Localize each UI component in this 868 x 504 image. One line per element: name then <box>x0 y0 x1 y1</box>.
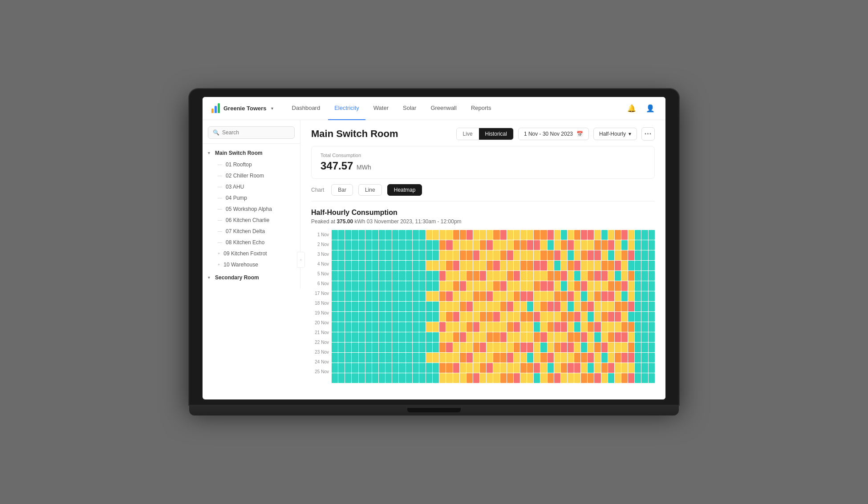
heatmap-cell[interactable] <box>520 281 527 291</box>
heatmap-cell[interactable] <box>574 302 580 311</box>
heatmap-cell[interactable] <box>581 302 587 311</box>
heatmap-cell[interactable] <box>588 312 594 322</box>
heatmap-cell[interactable] <box>487 312 493 322</box>
heatmap-cell[interactable] <box>507 240 513 250</box>
heatmap-cell[interactable] <box>507 332 513 342</box>
heatmap-cell[interactable] <box>594 271 600 281</box>
heatmap-cell[interactable] <box>534 281 540 291</box>
heatmap-cell[interactable] <box>426 240 432 250</box>
heatmap-cell[interactable] <box>487 291 493 301</box>
heatmap-cell[interactable] <box>500 332 507 342</box>
heatmap-cell[interactable] <box>466 373 473 383</box>
nav-item-water[interactable]: Water <box>367 97 395 120</box>
heatmap-cell[interactable] <box>534 271 540 281</box>
nav-item-reports[interactable]: Reports <box>465 97 498 120</box>
heatmap-cell[interactable] <box>379 353 385 363</box>
heatmap-cell[interactable] <box>433 373 439 383</box>
heatmap-cell[interactable] <box>514 302 520 311</box>
heatmap-cell[interactable] <box>406 261 412 270</box>
heatmap-cell[interactable] <box>581 261 587 270</box>
heatmap-cell[interactable] <box>561 291 567 301</box>
heatmap-cell[interactable] <box>540 230 547 240</box>
heatmap-cell[interactable] <box>554 373 560 383</box>
heatmap-cell[interactable] <box>480 240 486 250</box>
heatmap-cell[interactable] <box>345 343 351 352</box>
heatmap-cell[interactable] <box>466 261 473 270</box>
heatmap-cell[interactable] <box>548 291 554 301</box>
heatmap-cell[interactable] <box>365 363 372 373</box>
heatmap-cell[interactable] <box>601 281 608 291</box>
heatmap-cell[interactable] <box>332 250 338 260</box>
heatmap-cell[interactable] <box>473 343 479 352</box>
heatmap-cell[interactable] <box>487 353 493 363</box>
tree-item-09-kitchen-foxtrot[interactable]: + 09 Kitchen Foxtrot <box>208 248 298 259</box>
heatmap-cell[interactable] <box>466 271 473 281</box>
heatmap-cell[interactable] <box>419 363 426 373</box>
heatmap-cell[interactable] <box>534 230 540 240</box>
heatmap-cell[interactable] <box>473 302 479 311</box>
heatmap-cell[interactable] <box>433 240 439 250</box>
heatmap-cell[interactable] <box>649 353 655 363</box>
heatmap-cell[interactable] <box>493 363 499 373</box>
nav-item-dashboard[interactable]: Dashboard <box>286 97 327 120</box>
heatmap-cell[interactable] <box>413 271 419 281</box>
heatmap-cell[interactable] <box>345 291 351 301</box>
heatmap-cell[interactable] <box>413 240 419 250</box>
heatmap-cell[interactable] <box>332 230 338 240</box>
heatmap-cell[interactable] <box>568 302 574 311</box>
heatmap-cell[interactable] <box>581 343 587 352</box>
heatmap-cell[interactable] <box>554 230 560 240</box>
heatmap-cell[interactable] <box>433 271 439 281</box>
heatmap-cell[interactable] <box>352 353 358 363</box>
heatmap-cell[interactable] <box>574 322 580 332</box>
heatmap-cell[interactable] <box>635 332 641 342</box>
heatmap-cell[interactable] <box>514 373 520 383</box>
heatmap-cell[interactable] <box>487 332 493 342</box>
heatmap-cell[interactable] <box>628 291 634 301</box>
heatmap-cell[interactable] <box>473 353 479 363</box>
heatmap-cell[interactable] <box>574 373 580 383</box>
heatmap-cell[interactable] <box>379 322 385 332</box>
heatmap-cell[interactable] <box>466 291 473 301</box>
heatmap-cell[interactable] <box>649 230 655 240</box>
heatmap-cell[interactable] <box>446 261 452 270</box>
heatmap-cell[interactable] <box>594 332 600 342</box>
heatmap-cell[interactable] <box>487 322 493 332</box>
heatmap-cell[interactable] <box>594 250 600 260</box>
heatmap-cell[interactable] <box>487 302 493 311</box>
heatmap-cell[interactable] <box>594 322 600 332</box>
heatmap-cell[interactable] <box>332 312 338 322</box>
heatmap-cell[interactable] <box>568 322 574 332</box>
heatmap-cell[interactable] <box>621 240 628 250</box>
heatmap-cell[interactable] <box>332 281 338 291</box>
heatmap-cell[interactable] <box>500 353 507 363</box>
heatmap-cell[interactable] <box>433 230 439 240</box>
heatmap-cell[interactable] <box>439 230 446 240</box>
heatmap-cell[interactable] <box>385 261 392 270</box>
heatmap-cell[interactable] <box>500 261 507 270</box>
heatmap-cell[interactable] <box>635 291 641 301</box>
heatmap-cell[interactable] <box>399 373 405 383</box>
heatmap-cell[interactable] <box>493 230 499 240</box>
heatmap-cell[interactable] <box>574 353 580 363</box>
heatmap-cell[interactable] <box>406 373 412 383</box>
heatmap-cell[interactable] <box>480 302 486 311</box>
heatmap-cell[interactable] <box>453 332 459 342</box>
heatmap-cell[interactable] <box>601 322 608 332</box>
heatmap-cell[interactable] <box>446 332 452 342</box>
heatmap-cell[interactable] <box>527 281 533 291</box>
heatmap-cell[interactable] <box>540 271 547 281</box>
heatmap-cell[interactable] <box>439 332 446 342</box>
heatmap-cell[interactable] <box>649 250 655 260</box>
heatmap-cell[interactable] <box>379 302 385 311</box>
heatmap-cell[interactable] <box>568 240 574 250</box>
heatmap-cell[interactable] <box>601 230 608 240</box>
heatmap-cell[interactable] <box>453 363 459 373</box>
heatmap-cell[interactable] <box>426 281 432 291</box>
heatmap-cell[interactable] <box>365 230 372 240</box>
heatmap-cell[interactable] <box>413 230 419 240</box>
heatmap-cell[interactable] <box>635 322 641 332</box>
heatmap-cell[interactable] <box>345 353 351 363</box>
heatmap-cell[interactable] <box>419 281 426 291</box>
heatmap-cell[interactable] <box>385 353 392 363</box>
